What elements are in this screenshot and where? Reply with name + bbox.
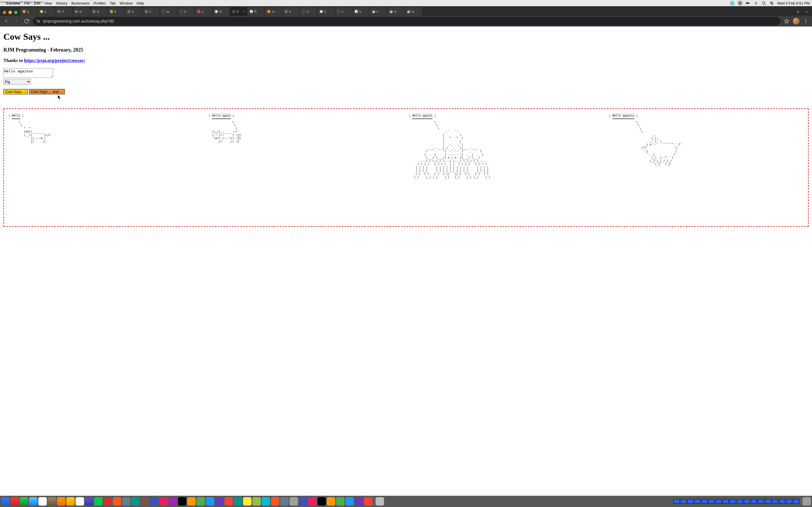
dock-trash[interactable] [802, 497, 811, 506]
dock-app[interactable] [1, 497, 10, 506]
dock-downloads[interactable] [375, 497, 384, 506]
profile-avatar[interactable] [793, 18, 800, 24]
browser-tab[interactable]: ⚪C [317, 7, 335, 16]
dock-app[interactable] [215, 497, 223, 506]
dock-min-window[interactable] [793, 499, 799, 504]
menu-help[interactable]: Help [137, 1, 144, 5]
dock-min-window[interactable] [730, 499, 736, 504]
browser-tab[interactable]: Gli [143, 7, 160, 16]
dock-app[interactable] [178, 497, 186, 506]
browser-tab[interactable]: 🟠b [108, 7, 124, 16]
dock-min-window[interactable] [702, 499, 708, 504]
dock-app[interactable] [252, 497, 261, 506]
dock-app[interactable] [29, 497, 38, 506]
chrome-menu-icon[interactable] [802, 17, 810, 25]
cow-says-button[interactable]: Cow Says ... [3, 89, 28, 94]
dock-app[interactable] [364, 497, 372, 506]
dock-min-window[interactable] [758, 499, 764, 504]
dock-min-window[interactable] [751, 499, 757, 504]
window-close-button[interactable] [3, 11, 6, 14]
dock-app[interactable] [132, 497, 140, 506]
browser-tab[interactable]: 📊R [248, 7, 264, 16]
menu-history[interactable]: History [56, 1, 67, 5]
dock-app[interactable] [206, 497, 214, 506]
dock-app[interactable] [141, 497, 149, 506]
browser-tab[interactable]: ⚪N [213, 7, 230, 16]
dock-app[interactable] [355, 497, 363, 506]
browser-tab[interactable]: 📊V [352, 7, 369, 16]
dock-app[interactable] [234, 497, 242, 506]
site-info-icon[interactable] [36, 19, 41, 23]
dock-app[interactable] [66, 497, 75, 506]
dock-app[interactable] [317, 497, 326, 506]
dock-min-window[interactable] [688, 499, 694, 504]
browser-tab[interactable]: MIr [55, 7, 72, 16]
window-zoom-button[interactable] [14, 11, 17, 14]
menubar-app-name[interactable]: Chrome [6, 1, 20, 5]
dock-min-window[interactable] [709, 499, 715, 504]
cow-says-and-button[interactable]: Cow Says ... and ... [29, 89, 65, 94]
dock-app[interactable] [113, 497, 121, 506]
menu-edit[interactable]: Edit [34, 1, 40, 5]
menu-view[interactable]: View [44, 1, 52, 5]
translate-icon[interactable]: 🌐 [730, 1, 734, 5]
animal-select[interactable]: Pig [3, 79, 31, 84]
menu-window[interactable]: Window [119, 1, 133, 5]
dock-app[interactable] [168, 497, 177, 506]
dock-app[interactable] [280, 497, 289, 506]
new-tab-button[interactable]: + [794, 8, 802, 16]
browser-tab[interactable]: Gli [283, 7, 299, 16]
dock-min-window[interactable] [779, 499, 785, 504]
dock-app[interactable] [103, 497, 112, 506]
wifi-icon[interactable] [754, 1, 758, 5]
dock-app[interactable] [20, 497, 28, 506]
battery-icon[interactable] [746, 1, 750, 5]
menu-tab[interactable]: Tab [110, 1, 116, 5]
dock-app[interactable] [299, 497, 307, 506]
message-textarea[interactable] [3, 68, 53, 78]
search-icon[interactable] [762, 1, 766, 5]
dock-app[interactable] [271, 497, 280, 506]
dock-app[interactable] [187, 497, 196, 506]
browser-tab[interactable]: MG [90, 7, 107, 16]
menubar-clock[interactable]: Wed 5 Feb 8:51 PM [777, 1, 810, 5]
dock-app[interactable] [38, 497, 47, 506]
dock-app[interactable] [122, 497, 131, 506]
dock-min-window[interactable] [772, 499, 778, 504]
dock-app[interactable] [85, 497, 93, 506]
dock-app[interactable] [94, 497, 103, 506]
dock-app[interactable] [150, 497, 158, 506]
dock-min-window[interactable] [786, 499, 792, 504]
playback-icon[interactable] [738, 1, 742, 5]
browser-tab[interactable]: 🟠re [265, 7, 282, 16]
dock-app[interactable] [10, 497, 19, 506]
browser-tab[interactable]: ⬛C [300, 7, 317, 16]
dock-min-window[interactable] [716, 499, 722, 504]
dock-app[interactable] [308, 497, 317, 506]
browser-tab[interactable]: 🟡rj [38, 7, 55, 16]
dock-app[interactable] [224, 497, 233, 506]
dock-app[interactable] [345, 497, 354, 506]
menu-profiles[interactable]: Profiles [94, 1, 106, 5]
menu-file[interactable]: File [24, 1, 30, 5]
dock-app[interactable] [243, 497, 252, 506]
dock-app[interactable] [75, 497, 84, 506]
browser-tab[interactable]: ☕li [370, 7, 387, 16]
dock-min-window[interactable] [765, 499, 771, 504]
browser-tab[interactable]: Gli [125, 7, 142, 16]
browser-tab[interactable]: ⬛te [160, 7, 177, 16]
dock-min-window[interactable] [723, 499, 729, 504]
dock-app[interactable] [290, 497, 298, 506]
window-minimize-button[interactable] [8, 11, 12, 14]
dock-min-window[interactable] [680, 499, 687, 504]
dock-app[interactable] [48, 497, 56, 506]
tab-close-icon[interactable]: × [243, 10, 245, 13]
browser-tab[interactable]: ⬛C× [230, 7, 247, 16]
dock-app[interactable] [262, 497, 270, 506]
dock-app[interactable] [57, 497, 65, 506]
dock-min-window[interactable] [744, 499, 750, 504]
bookmark-star-icon[interactable] [783, 17, 791, 25]
forward-button[interactable] [12, 17, 20, 25]
back-button[interactable] [2, 17, 10, 25]
dock-app[interactable] [159, 497, 168, 506]
